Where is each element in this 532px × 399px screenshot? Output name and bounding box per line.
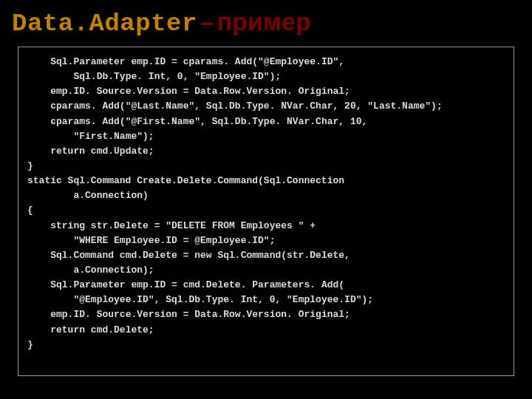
code-container: Sql.Parameter emp.ID = cparams. Add("@Em…: [18, 47, 514, 376]
slide-title: Data.Adapter – пример: [0, 0, 532, 42]
title-suffix: пример: [217, 7, 311, 35]
title-dash: –: [200, 7, 214, 35]
slide-root: Data.Adapter – пример Sql.Parameter emp.…: [0, 0, 532, 399]
title-class: Data.Adapter: [12, 10, 197, 38]
code-block: Sql.Parameter emp.ID = cparams. Add("@Em…: [27, 55, 505, 352]
